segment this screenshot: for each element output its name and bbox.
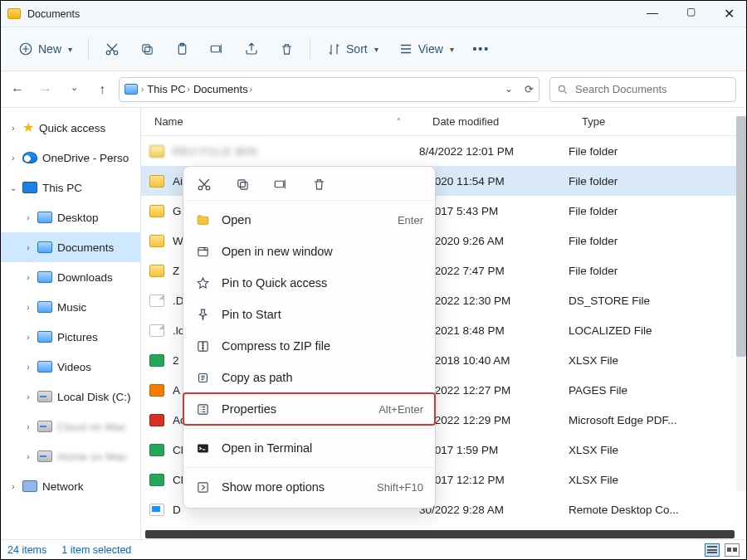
delete-button[interactable] — [271, 37, 301, 61]
file-row[interactable]: RECYCLE BIN8/4/2022 12:01 PMFile folder — [141, 136, 746, 166]
sidebar-item-downloads[interactable]: ›Downloads — [1, 262, 140, 292]
context-menu-pin-to-start[interactable]: Pin to Start — [183, 299, 435, 330]
folder-icon — [149, 205, 164, 217]
sidebar-item-desktop[interactable]: ›Desktop — [1, 202, 140, 232]
chevron-right-icon[interactable]: › — [9, 482, 17, 491]
sidebar-item-this-pc[interactable]: ⌄This PC — [1, 173, 140, 202]
chevron-right-icon[interactable]: › — [24, 363, 32, 372]
minimize-button[interactable]: — — [645, 6, 660, 22]
plus-circle-icon — [18, 41, 33, 56]
file-name: Cl — [173, 474, 183, 486]
sidebar-item-music[interactable]: ›Music — [1, 292, 140, 322]
context-menu-pin-to-quick-access[interactable]: Pin to Quick access — [183, 267, 435, 299]
address-segment[interactable]: Documents — [193, 83, 248, 95]
address-segment[interactable]: This PC — [147, 83, 185, 95]
context-menu-open-in-new-window[interactable]: Open in new window — [183, 236, 435, 267]
more-button[interactable]: ••• — [466, 37, 496, 61]
sidebar-item-documents[interactable]: ›Documents — [1, 232, 140, 262]
context-menu-shortcut: Alt+Enter — [378, 403, 423, 416]
context-menu-show-more-options[interactable]: Show more optionsShift+F10 — [183, 471, 435, 503]
folder-icon — [149, 175, 164, 187]
star-icon — [195, 275, 210, 290]
file-name: Cl — [173, 444, 183, 456]
chevron-down-icon: ▾ — [450, 45, 454, 54]
context-menu-copy-as-path[interactable]: Copy as path — [183, 362, 435, 393]
chevron-right-icon[interactable]: › — [24, 392, 32, 402]
view-button[interactable]: View▾ — [391, 37, 461, 61]
chevron-right-icon[interactable]: › — [24, 333, 32, 342]
context-menu-compress-to-zip-file[interactable]: Compress to ZIP file — [183, 330, 435, 362]
new-button[interactable]: New ▾ — [11, 37, 80, 61]
chevron-right-icon[interactable]: › — [24, 243, 32, 252]
context-menu-properties[interactable]: PropertiesAlt+Enter — [183, 393, 435, 425]
svg-rect-3 — [144, 46, 152, 53]
search-box[interactable] — [549, 77, 736, 102]
chevron-right-icon[interactable]: › — [24, 303, 32, 312]
sidebar-item-label: Documents — [57, 241, 114, 254]
file-icon — [149, 324, 164, 337]
maximize-button[interactable]: ▢ — [683, 6, 698, 22]
svg-rect-19 — [198, 482, 207, 491]
recent-locations-button[interactable]: ⌄ — [67, 82, 81, 97]
details-view-button[interactable] — [705, 543, 720, 557]
context-menu-open-in-terminal[interactable]: Open in Terminal — [183, 432, 435, 464]
chevron-right-icon[interactable]: › — [9, 153, 17, 163]
svg-rect-4 — [142, 44, 149, 51]
chevron-right-icon[interactable]: › — [24, 213, 32, 222]
rename-button[interactable] — [202, 37, 232, 61]
sidebar-item-cloud-on-mac[interactable]: ›Cloud on Mac — [1, 411, 140, 441]
scissors-icon[interactable] — [197, 177, 212, 192]
svg-rect-13 — [275, 181, 284, 187]
context-menu-label: Pin to Start — [222, 308, 281, 321]
sidebar-item-label: OneDrive - Perso — [42, 152, 129, 164]
thumbnails-view-button[interactable] — [725, 543, 740, 557]
scrollbar-thumb[interactable] — [736, 116, 746, 357]
sidebar-item-home-on-mac[interactable]: ›Home on Mac — [1, 441, 140, 471]
sidebar-item-videos[interactable]: ›Videos — [1, 352, 140, 382]
sidebar-item-label: Local Disk (C:) — [57, 391, 131, 403]
chevron-right-icon[interactable]: › — [9, 124, 17, 133]
column-date[interactable]: Date modified — [419, 115, 569, 128]
sidebar-item-network[interactable]: ›Network — [1, 471, 140, 501]
chevron-right-icon[interactable]: › — [24, 422, 32, 431]
copy-icon[interactable] — [235, 177, 250, 192]
vertical-scrollbar[interactable] — [736, 116, 746, 491]
view-icon — [398, 41, 413, 56]
sidebar-item-label: Pictures — [57, 331, 98, 343]
refresh-button[interactable]: ⟳ — [525, 83, 534, 95]
share-button[interactable] — [237, 37, 266, 61]
context-menu-open[interactable]: OpenEnter — [183, 204, 435, 236]
context-menu-label: Pin to Quick access — [222, 276, 327, 290]
up-button[interactable]: ↑ — [95, 82, 109, 97]
sidebar-item-local-disk-c-[interactable]: ›Local Disk (C:) — [1, 382, 140, 411]
sidebar-item-pictures[interactable]: ›Pictures — [1, 322, 140, 352]
sidebar-item-label: Quick access — [39, 122, 105, 134]
folder-icon — [37, 241, 52, 253]
sidebar-item-onedrive-perso[interactable]: ›OneDrive - Perso — [1, 143, 140, 173]
chevron-right-icon[interactable]: › — [24, 273, 32, 282]
close-button[interactable]: ✕ — [721, 6, 736, 22]
chevron-down-icon[interactable]: ⌄ — [9, 183, 17, 192]
column-name[interactable]: Name˄ — [141, 115, 419, 128]
trash-icon[interactable] — [311, 177, 326, 192]
back-button[interactable]: ← — [11, 82, 24, 97]
chevron-right-icon[interactable]: › — [24, 452, 32, 461]
paste-button[interactable] — [167, 37, 197, 61]
file-date: 28/2022 12:27 PM — [419, 384, 569, 397]
sidebar-item-quick-access[interactable]: ›★Quick access — [1, 113, 140, 143]
rename-icon[interactable] — [273, 177, 288, 192]
sort-button[interactable]: Sort▾ — [319, 37, 386, 61]
copy-button[interactable] — [132, 37, 162, 61]
file-date: 30/2022 9:28 AM — [419, 504, 569, 516]
address-dropdown-button[interactable]: ⌄ — [505, 83, 513, 95]
search-input[interactable] — [575, 83, 729, 95]
address-bar[interactable]: › This PC› Documents› ⌄ ⟳ — [119, 77, 540, 102]
file-name: G — [173, 205, 182, 217]
context-menu-shortcut: Enter — [398, 214, 423, 226]
file-date: 7/2020 11:54 PM — [419, 175, 569, 187]
column-type[interactable]: Type — [569, 115, 746, 128]
forward-button[interactable]: → — [39, 82, 52, 97]
cut-button[interactable] — [97, 37, 127, 61]
file-type: LOCALIZED File — [569, 324, 746, 337]
horizontal-scrollbar[interactable] — [145, 530, 735, 538]
